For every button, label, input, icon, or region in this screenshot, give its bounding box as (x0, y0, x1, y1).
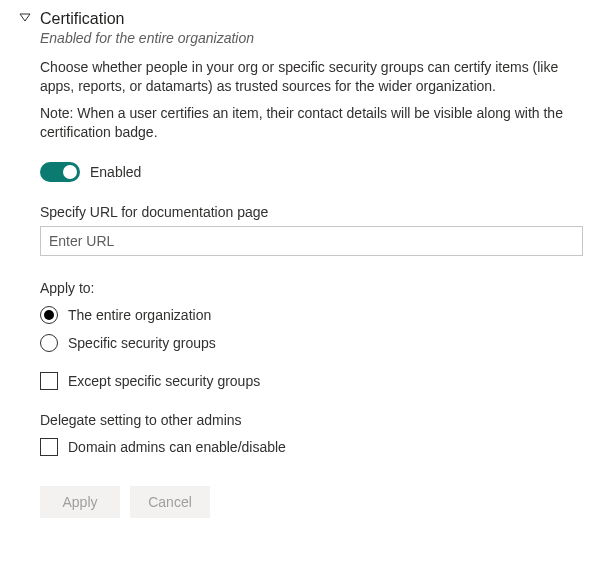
section-content: Enabled for the entire organization Choo… (18, 30, 583, 518)
enabled-toggle[interactable] (40, 162, 80, 182)
radio-entire-organization[interactable]: The entire organization (40, 306, 583, 324)
action-buttons: Apply Cancel (40, 486, 583, 518)
apply-to-label: Apply to: (40, 280, 583, 296)
delegate-label: Delegate setting to other admins (40, 412, 583, 428)
section-title: Certification (40, 10, 124, 28)
cancel-button[interactable]: Cancel (130, 486, 210, 518)
radio-specific-security-groups[interactable]: Specific security groups (40, 334, 583, 352)
section-subtitle: Enabled for the entire organization (40, 30, 583, 46)
checkbox-icon (40, 372, 58, 390)
enabled-toggle-label: Enabled (90, 164, 141, 180)
radio-icon (40, 306, 58, 324)
url-field-label: Specify URL for documentation page (40, 204, 583, 220)
certification-settings-panel: Certification Enabled for the entire org… (0, 0, 601, 536)
checkbox-label: Except specific security groups (68, 373, 260, 389)
svg-marker-0 (20, 14, 30, 21)
note-text: Note: When a user certifies an item, the… (40, 104, 583, 142)
apply-button[interactable]: Apply (40, 486, 120, 518)
checkbox-icon (40, 438, 58, 456)
collapse-toggle-icon[interactable] (18, 12, 32, 26)
enabled-toggle-row: Enabled (40, 162, 583, 182)
checkbox-label: Domain admins can enable/disable (68, 439, 286, 455)
domain-admins-checkbox[interactable]: Domain admins can enable/disable (40, 438, 583, 456)
description-text: Choose whether people in your org or spe… (40, 58, 583, 96)
radio-label: Specific security groups (68, 335, 216, 351)
apply-to-group: Apply to: The entire organization Specif… (40, 280, 583, 352)
section-header: Certification (18, 10, 583, 28)
except-specific-groups-checkbox[interactable]: Except specific security groups (40, 372, 583, 390)
radio-label: The entire organization (68, 307, 211, 323)
radio-icon (40, 334, 58, 352)
url-input[interactable] (40, 226, 583, 256)
